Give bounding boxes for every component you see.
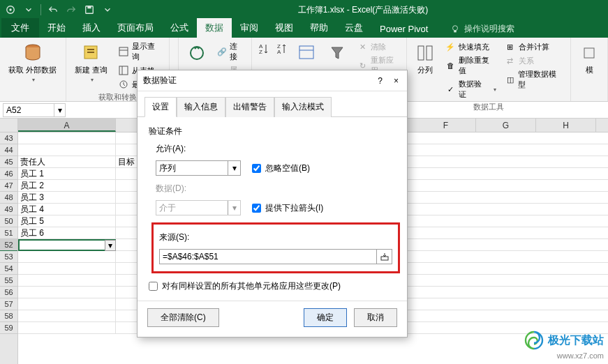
row-header[interactable]: 47	[0, 180, 17, 192]
row-header[interactable]: 50	[0, 215, 17, 227]
help-button[interactable]: ?	[375, 76, 385, 86]
ribbon-tabs: 文件 开始 插入 页面布局 公式 数据 审阅 视图 帮助 云盘 Power Pi…	[0, 20, 608, 38]
cancel-button[interactable]: 取消	[354, 308, 397, 327]
watermark: 极光下载站 www.xz7.com	[523, 329, 604, 360]
row-header[interactable]: 58	[0, 310, 17, 322]
cell[interactable]	[18, 144, 116, 156]
dropdown-checkbox[interactable]: 提供下拉箭头(I)	[252, 202, 323, 214]
tab-layout[interactable]: 页面布局	[109, 18, 162, 38]
tab-home[interactable]: 开始	[39, 18, 74, 38]
cell[interactable]: 员工 3	[18, 192, 116, 203]
cell[interactable]	[18, 251, 116, 262]
row-header[interactable]: 51	[0, 227, 17, 239]
sort-desc-icon: ZA	[275, 42, 289, 56]
row-header[interactable]: 46	[0, 168, 17, 180]
tab-cloud[interactable]: 云盘	[336, 18, 371, 38]
col-header-g[interactable]: G	[476, 119, 536, 132]
sort-button[interactable]	[292, 40, 320, 66]
refresh-all-button[interactable]	[183, 40, 211, 66]
autosave-icon[interactable]	[4, 3, 17, 16]
chevron-down-icon[interactable]	[22, 3, 35, 16]
cell[interactable]	[18, 275, 116, 286]
apply-all-checkbox[interactable]: 对有同样设置的所有其他单元格应用这些更改(P)	[149, 280, 396, 292]
col-header-a[interactable]: A	[18, 119, 116, 132]
chevron-down-icon[interactable]	[101, 3, 114, 16]
cell[interactable]	[18, 322, 116, 333]
row-header[interactable]: 55	[0, 275, 17, 287]
show-queries-button[interactable]: 显示查询	[115, 40, 165, 63]
tab-help[interactable]: 帮助	[302, 18, 336, 38]
tab-powerpivot[interactable]: Power Pivot	[371, 20, 436, 38]
row-header[interactable]: 43	[0, 132, 17, 144]
tab-formulas[interactable]: 公式	[162, 18, 197, 38]
cell[interactable]	[18, 239, 116, 250]
row-header[interactable]: 57	[0, 298, 17, 310]
ignore-blank-checkbox[interactable]: 忽略空值(B)	[252, 162, 310, 174]
close-button[interactable]: ×	[391, 76, 401, 86]
row-header[interactable]: 52	[0, 239, 17, 251]
row-header[interactable]: 54	[0, 263, 17, 275]
row-header[interactable]: 53	[0, 251, 17, 263]
col-header-f[interactable]: F	[416, 119, 476, 132]
connections-button[interactable]: 🔗连接	[214, 40, 248, 63]
cell[interactable]: 员工 4	[18, 204, 116, 215]
tell-me-search[interactable]: 操作说明搜索	[445, 20, 520, 38]
cell[interactable]	[18, 132, 116, 144]
new-query-button[interactable]: 新建 查询▾	[71, 40, 112, 85]
name-box[interactable]: A52 ▾	[3, 103, 66, 117]
svg-rect-12	[119, 66, 128, 75]
row-header[interactable]: 44	[0, 144, 17, 156]
flash-fill-button[interactable]: ⚡快速填充	[442, 40, 498, 53]
tab-input-message[interactable]: 输入信息	[177, 97, 225, 117]
ok-button[interactable]: 确定	[304, 308, 347, 327]
allow-select[interactable]: 序列 ▾	[156, 160, 241, 176]
cell[interactable]	[18, 287, 116, 298]
range-picker-icon[interactable]	[376, 250, 392, 264]
cell[interactable]	[18, 263, 116, 274]
data-model-button[interactable]: ◫管理数据模型	[502, 68, 566, 91]
svg-point-4	[453, 25, 458, 30]
source-input[interactable]	[160, 252, 376, 261]
row-header[interactable]: 45	[0, 156, 17, 168]
undo-icon[interactable]	[47, 3, 59, 16]
sort-az-button[interactable]: AZ	[256, 40, 272, 57]
tab-view[interactable]: 视图	[267, 18, 302, 38]
row-headers: 4344454647484950515253545556575859	[0, 119, 18, 364]
cell[interactable]: 员工 5	[18, 215, 116, 227]
chevron-down-icon[interactable]: ▾	[54, 104, 65, 116]
svg-rect-8	[87, 49, 94, 50]
cell[interactable]	[18, 310, 116, 321]
criteria-label: 验证条件	[149, 126, 396, 137]
remove-duplicates-button[interactable]: 🗑删除重复值	[442, 54, 498, 77]
sort-za-button[interactable]: ZA	[274, 40, 290, 57]
row-header[interactable]: 48	[0, 192, 17, 204]
row-header[interactable]: 59	[0, 322, 17, 334]
cell[interactable]: 员工 6	[18, 227, 116, 238]
save-icon[interactable]	[83, 3, 96, 16]
tab-data[interactable]: 数据	[197, 18, 232, 38]
text-to-columns-button[interactable]: 分列	[411, 40, 439, 76]
cell[interactable]: 员工 1	[18, 168, 116, 179]
cell[interactable]	[18, 298, 116, 310]
cell-dropdown-button[interactable]: ▾	[105, 240, 116, 251]
query-icon	[80, 42, 103, 64]
tab-file[interactable]: 文件	[1, 18, 39, 38]
chevron-down-icon: ▾	[228, 161, 240, 175]
cell[interactable]: 员工 2	[18, 180, 116, 191]
tab-error-alert[interactable]: 出错警告	[225, 97, 274, 117]
simulate-button[interactable]: 模	[575, 40, 603, 76]
row-header[interactable]: 49	[0, 204, 17, 215]
tab-ime-mode[interactable]: 输入法模式	[274, 97, 332, 117]
filter-button[interactable]	[323, 40, 351, 66]
data-validation-button[interactable]: ✓数据验证▾	[442, 78, 498, 100]
tab-insert[interactable]: 插入	[74, 18, 109, 38]
consolidate-button[interactable]: ⊞合并计算	[502, 40, 566, 53]
get-external-data-button[interactable]: 获取 外部数据▾	[4, 40, 61, 85]
col-header-h[interactable]: H	[536, 119, 596, 132]
tab-review[interactable]: 审阅	[232, 18, 267, 38]
clear-all-button[interactable]: 全部清除(C)	[147, 308, 219, 327]
cell[interactable]: 责任人	[18, 156, 116, 167]
refresh-icon	[186, 42, 208, 64]
tab-settings[interactable]: 设置	[144, 97, 177, 117]
row-header[interactable]: 56	[0, 287, 17, 298]
